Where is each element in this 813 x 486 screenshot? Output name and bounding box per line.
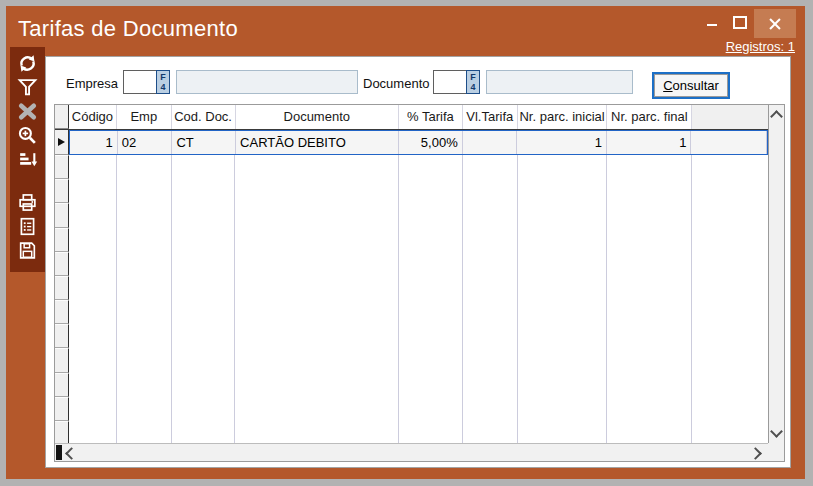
refresh-button[interactable] <box>14 54 42 77</box>
table-row[interactable]: 102CTCARTÃO DEBITO5,00%11 <box>55 130 768 155</box>
close-icon <box>768 17 782 31</box>
empty-column <box>69 155 117 443</box>
window-controls <box>698 9 796 38</box>
sort-button[interactable] <box>14 150 42 173</box>
cell[interactable]: CT <box>172 131 236 154</box>
print-icon <box>17 192 38 217</box>
column-header-cod-doc-[interactable]: Cod. Doc. <box>172 105 236 129</box>
close-button[interactable] <box>754 9 796 38</box>
report-button[interactable] <box>14 217 42 240</box>
indicator-cell <box>55 373 69 397</box>
zoom-button[interactable] <box>14 126 42 149</box>
clear-filter-button[interactable] <box>14 102 42 125</box>
print-button[interactable] <box>14 193 42 216</box>
column-header-emp[interactable]: Emp <box>117 105 172 129</box>
cell[interactable]: 5,00% <box>399 131 463 154</box>
indicator-cell <box>55 324 69 348</box>
scroll-up-icon[interactable] <box>770 110 783 123</box>
indicator-cell <box>55 397 69 421</box>
registros-link[interactable]: Registros: 1 <box>726 39 795 54</box>
left-toolbar <box>10 47 45 272</box>
column-header-documento[interactable]: Documento <box>236 105 400 129</box>
report-icon <box>17 216 38 241</box>
empty-column <box>399 155 463 443</box>
horizontal-scrollbar-thumb[interactable] <box>56 445 62 460</box>
minimize-button[interactable] <box>698 9 726 35</box>
indicator-cell <box>55 300 69 324</box>
cell[interactable]: CARTÃO DEBITO <box>236 131 399 154</box>
minimize-icon <box>707 24 717 26</box>
empty-column <box>518 155 608 443</box>
grid-empty-area <box>55 155 768 443</box>
consultar-button[interactable]: Consultar <box>652 72 730 99</box>
save-icon <box>17 240 38 265</box>
indicator-cell <box>55 421 69 443</box>
empty-column <box>692 155 768 443</box>
empresa-label: Empresa <box>66 76 118 91</box>
f4-label-line1: F <box>160 72 166 82</box>
grid-indicator-header <box>55 105 69 129</box>
documento-name-field <box>486 70 633 94</box>
clear-filter-icon <box>17 101 38 126</box>
scrollbar-corner <box>768 443 784 461</box>
sort-icon <box>17 149 38 174</box>
indicator-cell <box>55 348 69 372</box>
data-grid: CódigoEmpCod. Doc.Documento% TarifaVl.Ta… <box>54 104 785 462</box>
indicator-column <box>55 155 69 443</box>
cell[interactable] <box>691 131 767 154</box>
scroll-down-icon[interactable] <box>770 425 783 438</box>
indicator-cell <box>55 155 69 179</box>
current-row-indicator <box>55 130 69 155</box>
filter-icon <box>17 77 38 102</box>
grid-body: CódigoEmpCod. Doc.Documento% TarifaVl.Ta… <box>55 105 768 443</box>
cell[interactable]: 1 <box>607 131 692 154</box>
maximize-button[interactable] <box>726 9 754 35</box>
selected-row[interactable]: 102CTCARTÃO DEBITO5,00%11 <box>69 130 768 155</box>
f4-label-line2: 4 <box>470 82 475 92</box>
empty-column <box>172 155 236 443</box>
cell[interactable] <box>463 131 518 154</box>
cell[interactable]: 1 <box>517 131 606 154</box>
horizontal-scrollbar[interactable] <box>55 443 768 461</box>
empresa-name-field <box>176 70 358 94</box>
empty-column <box>607 155 692 443</box>
scroll-left-icon[interactable] <box>65 447 78 460</box>
column-header-vl-tarifa[interactable]: Vl.Tarifa <box>463 105 518 129</box>
save-button[interactable] <box>14 241 42 264</box>
empresa-f4-lookup-button[interactable]: F 4 <box>156 70 170 94</box>
screen: { "window": { "title": "Tarifas de Docum… <box>0 0 813 486</box>
grid-header: CódigoEmpCod. Doc.Documento% TarifaVl.Ta… <box>55 105 768 130</box>
f4-label-line2: 4 <box>160 82 165 92</box>
indicator-cell <box>55 203 69 227</box>
column-header--tarifa[interactable]: % Tarifa <box>399 105 463 129</box>
consultar-accel: C <box>663 78 672 93</box>
column-header-blank[interactable] <box>692 105 768 129</box>
documento-label: Documento <box>363 76 429 91</box>
documento-f4-lookup-button[interactable]: F 4 <box>466 70 480 94</box>
indicator-cell <box>55 179 69 203</box>
window-title: Tarifas de Documento <box>18 16 238 42</box>
row-pointer-icon <box>58 138 65 146</box>
column-header-nr-parc-inicial[interactable]: Nr. parc. inicial <box>518 105 608 129</box>
empty-column <box>117 155 172 443</box>
zoom-icon <box>17 125 38 150</box>
refresh-icon <box>17 53 38 78</box>
column-header-c-digo[interactable]: Código <box>69 105 117 129</box>
cell[interactable]: 02 <box>118 131 173 154</box>
scroll-right-icon[interactable] <box>749 447 762 460</box>
indicator-cell <box>55 276 69 300</box>
indicator-cell <box>55 252 69 276</box>
cell[interactable]: 1 <box>70 131 118 154</box>
empty-column <box>235 155 399 443</box>
empty-column <box>463 155 518 443</box>
filter-button[interactable] <box>14 78 42 101</box>
consultar-rest: onsultar <box>673 78 719 93</box>
column-header-nr-parc-final[interactable]: Nr. parc. final <box>607 105 692 129</box>
f4-label-line1: F <box>470 72 476 82</box>
app-window: Tarifas de Documento Registros: 1 Empres… <box>6 6 805 479</box>
content-panel: Empresa F 4 Documento F 4 Consultar Códi… <box>45 56 791 468</box>
vertical-scrollbar[interactable] <box>768 105 784 443</box>
indicator-cell <box>55 228 69 252</box>
maximize-icon <box>733 16 747 29</box>
